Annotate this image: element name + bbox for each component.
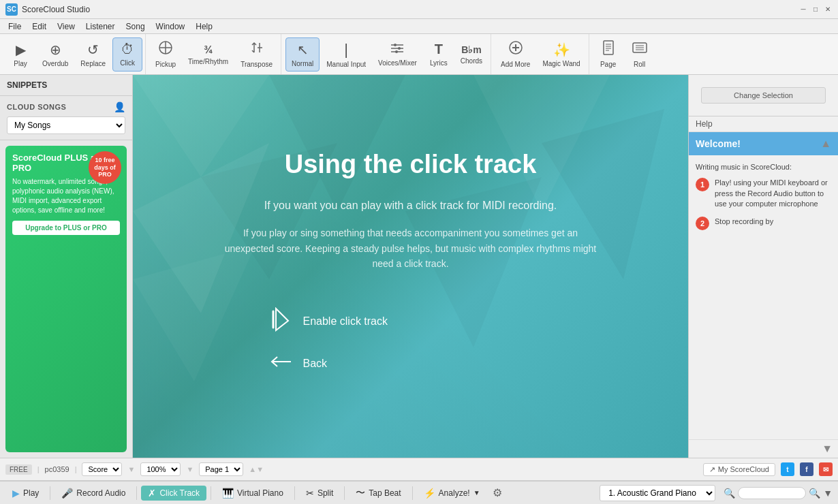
filter-button[interactable]: ▼ [823, 488, 833, 499]
chords-button[interactable]: B♭m Chords [455, 37, 488, 72]
promo-badge-line2: days of [94, 164, 116, 172]
normal-button[interactable]: ↖ Normal [285, 37, 320, 72]
upgrade-button[interactable]: Upgrade to PLUS or PRO [12, 221, 120, 235]
pickup-button[interactable]: Pickup [150, 37, 181, 72]
svg-point-8 [395, 50, 398, 53]
enable-click-label: Enable click track [303, 315, 388, 328]
menu-song[interactable]: Song [121, 20, 151, 33]
twitter-button[interactable]: t [781, 462, 794, 476]
toolbar-group-view: Page Roll [591, 34, 657, 74]
menu-edit[interactable]: Edit [27, 20, 52, 33]
search-input[interactable] [738, 487, 806, 499]
analyze-button[interactable]: ⚡ Analyze! ▼ [417, 486, 487, 501]
help-scroll-up-button[interactable]: ▲ [820, 138, 831, 150]
cloud-songs-user-icon[interactable]: 👤 [114, 101, 125, 112]
timerhythm-button[interactable]: ¾ Time/Rhythm [183, 37, 234, 72]
bottom-separator-5 [344, 486, 345, 500]
magic-wand-label: Magic Wand [542, 60, 580, 67]
toolbar-group-input: ↖ Normal | Manual Input Voices/Mixer T L… [283, 34, 491, 74]
timerhythm-icon: ¾ [204, 44, 213, 56]
play-label: Play [14, 60, 27, 67]
replace-button[interactable]: ↺ Replace [75, 37, 111, 72]
bottom-play-button[interactable]: ▶ Play [5, 486, 46, 501]
score-dropdown[interactable]: Score Part [82, 462, 122, 476]
cloud-songs-header: CLOUD SONGS 👤 [7, 101, 125, 112]
split-button[interactable]: ✂ Split [299, 486, 340, 501]
replace-label: Replace [80, 60, 106, 67]
title-bar-title: ScoreCloud Studio [22, 5, 90, 14]
manual-input-button[interactable]: | Manual Input [321, 37, 371, 72]
add-more-button[interactable]: Add More [495, 37, 536, 72]
click-icon: ⏱ [121, 42, 134, 57]
click-track-description: If you play or sing something that needs… [220, 225, 602, 271]
click-track-button[interactable]: ✗ Click Track [141, 486, 206, 501]
magic-wand-button[interactable]: ✨ Magic Wand [537, 37, 585, 72]
svg-point-7 [398, 47, 401, 50]
click-track-label: Click Track [159, 488, 200, 498]
facebook-button[interactable]: f [800, 462, 813, 476]
title-bar-controls: ─ □ ✕ [798, 5, 833, 14]
menu-listener[interactable]: Listener [80, 20, 121, 33]
app-logo: SC [5, 3, 18, 16]
back-label: Back [303, 358, 328, 370]
virtual-piano-button[interactable]: 🎹 Virtual Piano [215, 486, 290, 501]
record-audio-label: Record Audio [76, 488, 125, 498]
roll-icon [632, 40, 647, 59]
menu-help[interactable]: Help [190, 20, 218, 33]
toolbar-group-rhythm: Pickup ¾ Time/Rhythm Transpose [147, 34, 281, 74]
close-button[interactable]: ✕ [823, 5, 833, 14]
enable-click-track-option[interactable]: Enable click track [254, 299, 568, 345]
settings-button[interactable]: ⚙ [493, 486, 502, 499]
svg-marker-21 [133, 75, 269, 177]
voices-mixer-label: Voices/Mixer [378, 59, 417, 67]
menu-view[interactable]: View [52, 20, 80, 33]
lyrics-button[interactable]: T Lyrics [424, 37, 454, 72]
magic-wand-icon: ✨ [553, 42, 570, 58]
play-icon: ▶ [16, 42, 26, 58]
change-selection-button[interactable]: Change Selection [701, 87, 826, 104]
zoom-dropdown[interactable]: 100% 75% 125% 150% [140, 462, 181, 476]
transpose-button[interactable]: Transpose [235, 37, 278, 72]
bottom-play-label: Play [23, 488, 39, 498]
mail-button[interactable]: ✉ [819, 462, 833, 476]
help-step-1: 1 Play! using your MIDI keyboard or pres… [696, 178, 831, 209]
menu-file[interactable]: File [3, 20, 27, 33]
maximize-button[interactable]: □ [811, 5, 820, 14]
status-separator-4: ▼ [186, 465, 193, 473]
click-button[interactable]: ⏱ Click [112, 37, 142, 72]
overdub-button[interactable]: ⊕ Overdub [37, 37, 74, 72]
status-separator-2: | [75, 465, 77, 473]
click-track-icon: ✗ [148, 488, 156, 499]
record-audio-button[interactable]: 🎤 Record Audio [55, 486, 132, 501]
replace-icon: ↺ [87, 42, 99, 58]
roll-view-button[interactable]: Roll [625, 37, 655, 72]
title-bar: SC ScoreCloud Studio ─ □ ✕ [0, 0, 838, 19]
minimize-button[interactable]: ─ [798, 5, 808, 14]
chords-label: Chords [461, 57, 482, 65]
search-area: 🔍 🔍 ▼ [724, 487, 833, 499]
lyrics-icon: T [435, 42, 443, 57]
overdub-label: Overdub [42, 60, 68, 67]
tap-beat-button[interactable]: 〜 Tap Beat [349, 485, 407, 501]
back-option[interactable]: Back [254, 345, 568, 383]
right-sidebar: Change Selection Help Welcome! ▲ Writing… [688, 75, 838, 458]
page-dropdown[interactable]: Page 1 Page 2 [199, 462, 243, 476]
click-label: Click [120, 59, 135, 67]
menu-window[interactable]: Window [151, 20, 191, 33]
toolbar-group-play: ▶ Play ⊕ Overdub ↺ Replace ⏱ Click [3, 34, 146, 74]
normal-label: Normal [292, 60, 313, 67]
voices-mixer-button[interactable]: Voices/Mixer [373, 37, 422, 72]
svg-marker-23 [474, 75, 610, 211]
main-layout: SNIPPETS CLOUD SONGS 👤 My Songs Shared S… [0, 75, 838, 458]
page-view-button[interactable]: Page [593, 37, 623, 72]
my-songs-dropdown[interactable]: My Songs Shared Songs All Songs [7, 116, 125, 134]
help-step-1-text: Play! using your MIDI keyboard or press … [715, 178, 831, 209]
tap-beat-label: Tap Beat [369, 488, 401, 498]
my-scorecloud-button[interactable]: ↗ My ScoreCloud [703, 463, 775, 476]
help-scroll-down-button[interactable]: ▼ [822, 443, 833, 455]
play-button[interactable]: ▶ Play [5, 37, 35, 72]
snippets-header: SNIPPETS [0, 75, 132, 96]
analyze-icon: ⚡ [424, 488, 435, 499]
instrument-select[interactable]: 1. Acoustic Grand Piano 2. Bright Acoust… [600, 485, 715, 501]
svg-rect-12 [604, 41, 613, 54]
